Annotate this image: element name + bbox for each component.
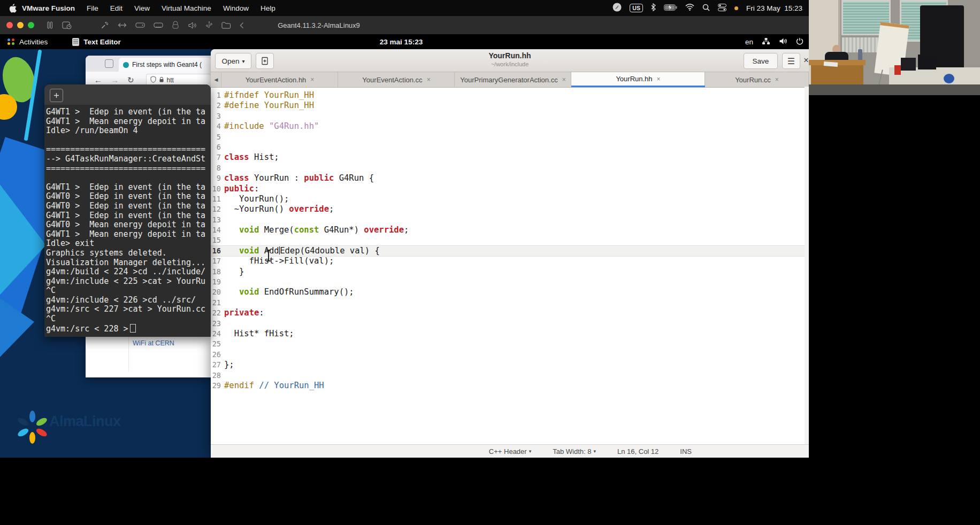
keyboard-layout-badge[interactable]: US — [630, 4, 643, 12]
open-button[interactable]: Open▾ — [215, 53, 251, 69]
line-number: 3 — [211, 111, 221, 121]
menubar-item-help[interactable]: Help — [261, 4, 275, 12]
terminal-window[interactable]: G4WT1 > Edep in event (in the taG4WT1 > … — [44, 84, 211, 337]
tab-scroll-left-button[interactable]: ◀ — [211, 72, 221, 87]
new-document-button[interactable] — [256, 53, 274, 69]
code-line: 29#endif // YourRun_HH — [211, 381, 809, 391]
wifi-icon[interactable] — [685, 4, 694, 12]
activities-button[interactable]: Activities — [19, 38, 48, 46]
menubar-item-vmware-fusion[interactable]: VMware Fusion — [22, 4, 75, 12]
code-line: 1#ifndef YourRun_HH — [211, 90, 809, 101]
close-window-button[interactable]: × — [799, 53, 809, 67]
terminal-line: G4WT1 > Mean energy depoit in ta — [46, 230, 211, 240]
tab-youreventaction.hh[interactable]: YourEventAction.hh× — [221, 72, 338, 87]
forward-icon[interactable]: → — [111, 75, 119, 85]
browser-tab[interactable]: First steps with Geant4 ( — [119, 58, 211, 72]
papers — [824, 61, 838, 67]
new-tab-button[interactable] — [50, 89, 63, 102]
terminal-line: G4WT0 > Edep in event (in the ta — [46, 192, 211, 202]
line-number: 14 — [211, 225, 221, 235]
code-line: 20 void EndOfRunSummary(); — [211, 287, 809, 297]
status-circle-icon[interactable] — [612, 3, 622, 13]
page-icon[interactable] — [105, 59, 113, 68]
tab-close-icon[interactable]: × — [657, 75, 661, 83]
menu-button[interactable]: ☰ — [782, 53, 800, 69]
tab-label: YourEventAction.hh — [246, 76, 307, 84]
terminal-line: Graphics systems deleted. — [46, 249, 211, 258]
tab-yourrun.hh[interactable]: YourRun.hh× — [571, 72, 705, 87]
line-number: 29 — [211, 381, 221, 391]
menubar-item-view[interactable]: View — [134, 4, 150, 12]
line-number: 24 — [211, 329, 221, 339]
battery-icon[interactable] — [664, 4, 677, 12]
terminal-line: G4WT1 > Edep in event (in the ta — [46, 211, 211, 221]
code-text: Hist* fHist; — [224, 329, 294, 339]
reload-icon[interactable]: ↻ — [127, 75, 134, 85]
keyboard-layout-indicator[interactable]: en — [745, 38, 753, 46]
language-selector[interactable]: C++ Header▾ — [489, 447, 531, 455]
tab-yourrun.cc[interactable]: YourRun.cc× — [705, 72, 809, 87]
search-icon[interactable] — [702, 4, 710, 13]
logo-petal — [17, 416, 30, 428]
line-number: 19 — [211, 277, 221, 287]
gnome-clock[interactable]: 23 mai 15:23 — [332, 38, 471, 46]
power-icon[interactable] — [796, 37, 803, 47]
code-line: 16 void AddEdep(G4double val) { — [211, 246, 809, 256]
apple-icon[interactable] — [9, 4, 17, 13]
editor-scrollbar[interactable] — [805, 87, 809, 445]
terminal-headerbar — [44, 84, 211, 105]
terminal-output[interactable]: G4WT1 > Edep in event (in the taG4WT1 > … — [44, 105, 211, 333]
video-letterbox — [809, 0, 980, 525]
network-share-icon[interactable] — [762, 37, 770, 47]
tab-close-icon[interactable]: × — [310, 76, 314, 83]
tab-width-selector[interactable]: Tab Width: 8▾ — [553, 447, 596, 455]
tab-youreventaction.cc[interactable]: YourEventAction.cc× — [338, 72, 455, 87]
code-line: 22private: — [211, 308, 809, 318]
code-line: 14 void Merge(const G4Run*) override; — [211, 225, 809, 235]
terminal-line: Visualization Manager deleting... — [46, 258, 211, 268]
tab-close-icon[interactable]: × — [562, 76, 566, 83]
chevron-down-icon: ▾ — [242, 58, 245, 64]
insert-mode: INS — [680, 447, 692, 455]
terminal-line: Idle> exit — [46, 239, 211, 249]
menubar-item-edit[interactable]: Edit — [110, 4, 122, 12]
monitor — [901, 58, 916, 71]
code-line: 4#include "G4Run.hh" — [211, 121, 809, 132]
code-text — [224, 163, 229, 173]
tab-close-icon[interactable]: × — [775, 76, 779, 83]
link-wifi-at-cern[interactable]: WiFi at CERN — [133, 339, 185, 347]
code-text — [224, 350, 229, 360]
tab-title: First steps with Geant4 ( — [132, 61, 202, 68]
cursor-position: Ln 16, Col 12 — [617, 447, 659, 455]
save-button[interactable]: Save — [744, 53, 778, 69]
code-text: void AddEdep(G4double val) { — [224, 246, 380, 256]
firefox-tabstrip: First steps with Geant4 ( — [86, 56, 211, 72]
menubar-item-file[interactable]: File — [87, 4, 98, 12]
macos-clock[interactable]: Fri 23 May 15:23 — [746, 4, 802, 12]
code-line: 3 — [211, 111, 809, 121]
line-number: 1 — [211, 90, 221, 101]
editor-text-area[interactable]: 1#ifndef YourRun_HH2#define YourRun_HH3 … — [211, 88, 809, 444]
volume-icon[interactable] — [779, 37, 787, 47]
tab-yourprimarygeneratoraction.cc[interactable]: YourPrimaryGeneratorAction.cc× — [455, 72, 571, 87]
line-number: 20 — [211, 287, 221, 297]
line-number: 23 — [211, 319, 221, 329]
back-icon[interactable]: ← — [94, 75, 102, 85]
menubar-item-window[interactable]: Window — [223, 4, 249, 12]
code-text: private: — [224, 308, 264, 318]
control-center-icon[interactable] — [718, 4, 726, 13]
focused-app-menu[interactable]: Text Editor — [83, 38, 121, 46]
site-favicon — [123, 62, 129, 68]
tab-close-icon[interactable]: × — [427, 76, 431, 83]
code-text: #define YourRun_HH — [224, 101, 314, 111]
water-bottle — [858, 49, 862, 61]
code-line: 9class YourRun : public G4Run { — [211, 173, 809, 183]
menubar-item-virtual-machine[interactable]: Virtual Machine — [162, 4, 211, 12]
terminal-line: ^C — [46, 286, 211, 296]
code-text — [224, 142, 229, 152]
terminal-line: G4WT0 > Edep in event (in the ta — [46, 202, 211, 211]
line-number: 12 — [211, 204, 221, 214]
logo-petal — [29, 411, 35, 422]
bluetooth-icon[interactable] — [651, 3, 656, 13]
bottom-letterbox — [0, 458, 809, 525]
